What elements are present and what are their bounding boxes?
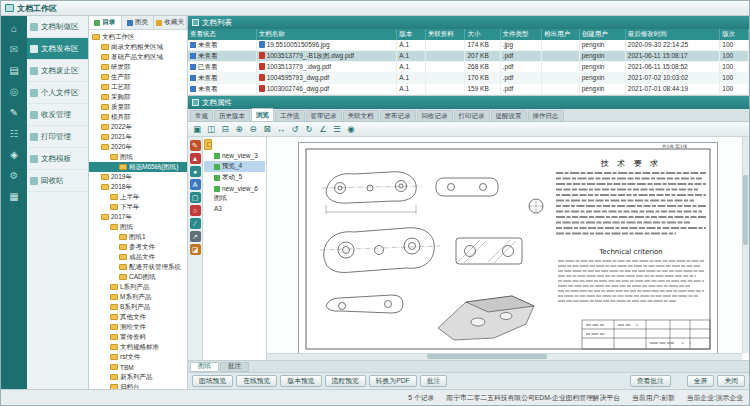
19.551005150596.jpg[interactable]: 未查看 19.551005150596.jpg A.1 174 KB .jpg … xyxy=(188,40,749,51)
preview-tree-node[interactable]: 发动_5 xyxy=(204,172,265,183)
properties-tab[interactable]: 关联文档 xyxy=(343,110,379,121)
eraser-icon[interactable]: ◪ xyxy=(190,244,201,255)
properties-tab[interactable]: 回收记录 xyxy=(417,110,453,121)
tree-node[interactable]: rsf文件 xyxy=(89,352,187,362)
tree-node[interactable]: 其他文件 xyxy=(89,312,187,322)
tree-node[interactable]: TBM xyxy=(89,362,187,372)
1004595793_dwg.pdf[interactable]: 未查看 1004595793_dwg.pdf A.1 170 KB .pdf p… xyxy=(188,73,749,84)
rotate-left-icon[interactable]: ↺ xyxy=(289,123,301,135)
preview-action-button[interactable]: 版本预览 xyxy=(280,375,321,387)
properties-tab[interactable]: 发布记录 xyxy=(380,110,416,121)
tree-tab[interactable]: 图类 xyxy=(122,16,155,29)
tree-node[interactable]: 参考文件 xyxy=(89,242,187,252)
tree-node[interactable]: 图纸 xyxy=(89,152,187,162)
messages-icon[interactable]: ✉ xyxy=(6,41,23,57)
properties-tab[interactable]: 常规 xyxy=(190,110,213,121)
zoom-in-icon[interactable]: ⊕ xyxy=(233,123,245,135)
info-icon[interactable]: ◉ xyxy=(345,123,357,135)
nav-item[interactable]: 文档废止区 xyxy=(27,60,88,82)
column-header[interactable]: 大小 xyxy=(465,29,500,40)
column-header[interactable]: 版本 xyxy=(397,29,426,40)
tree-node[interactable]: 模具部 xyxy=(89,112,187,122)
fit-width-icon[interactable]: ↔ xyxy=(275,123,287,135)
1003002746_dwg.pdf[interactable]: 未查看 1003002746_dwg.pdf A.1 159 KB .pdf p… xyxy=(188,84,749,95)
tree-node[interactable]: 2019年 xyxy=(89,172,187,182)
tree-node[interactable]: 采购部 xyxy=(89,92,187,102)
nav-item[interactable]: 打印管理 xyxy=(27,126,88,148)
nav-item[interactable]: 文档模板 xyxy=(27,148,88,170)
preview-tree-node[interactable]: new_view_6 xyxy=(204,183,265,194)
preview-action-button[interactable]: 在线预览 xyxy=(236,375,277,387)
search-icon[interactable]: ◎ xyxy=(6,83,23,99)
tree-node[interactable]: 2021年 xyxy=(89,132,187,142)
tree-node[interactable]: 2022年 xyxy=(89,122,187,132)
measure-icon[interactable]: ∠ xyxy=(317,123,329,135)
horizontal-scrollbar[interactable] xyxy=(267,353,742,360)
tree-node[interactable]: 2017年 xyxy=(89,212,187,222)
column-header[interactable]: 检出用户 xyxy=(542,29,579,40)
properties-tab[interactable]: 提醒设置 xyxy=(491,110,527,121)
properties-tab[interactable]: 操作日志 xyxy=(528,110,564,121)
circle-markup-icon[interactable]: ○ xyxy=(190,205,201,216)
column-header[interactable]: 最后修改时间 xyxy=(625,29,720,40)
preview-action-button[interactable]: 图纸预览 xyxy=(192,375,233,387)
tree-node[interactable]: 新系列产品 xyxy=(89,372,187,382)
preview-action-button[interactable]: 流程预览 xyxy=(325,375,366,387)
1003513779_-B1改图.dwg.pdf[interactable]: 未查看 1003513779_-B1改图.dwg.pdf A.1 207 KB … xyxy=(188,51,749,62)
fullscreen-button[interactable]: 全屏 xyxy=(687,375,715,387)
settings-icon[interactable]: ⚙ xyxy=(6,167,23,183)
tree-node[interactable]: 归档台 xyxy=(89,382,187,389)
vertical-scrollbar[interactable] xyxy=(742,137,749,353)
tree-node[interactable]: 上半年 xyxy=(89,192,187,202)
preview-tree-node[interactable]: 图纸 xyxy=(204,194,265,205)
tree-tab[interactable]: 目录 xyxy=(89,16,122,29)
column-header[interactable]: 文件类型 xyxy=(500,29,542,40)
tree-node[interactable]: 基础产品文档区域 xyxy=(89,52,187,62)
tree-node[interactable]: 质量部 xyxy=(89,102,187,112)
tree-node[interactable]: 2020年 xyxy=(89,142,187,152)
preview-tree-node[interactable]: A3 xyxy=(204,205,265,216)
tree-node[interactable]: 岗录文档相关区域 xyxy=(89,42,187,52)
zoom-fit-icon[interactable]: ⊠ xyxy=(261,123,273,135)
preview-tab[interactable]: 图纸 xyxy=(190,362,219,372)
vertical-scrollbar-thumb[interactable] xyxy=(743,175,748,245)
text-note-icon[interactable]: A xyxy=(190,179,201,190)
properties-tab[interactable]: 浏览 xyxy=(251,108,274,121)
arrow-markup-icon[interactable]: ↗ xyxy=(190,231,201,242)
users-icon[interactable]: ☷ xyxy=(6,125,23,141)
nav-item[interactable]: 文档制做区 xyxy=(27,16,88,38)
column-header[interactable]: 文档名称 xyxy=(256,29,397,40)
preview-tab[interactable]: 批注 xyxy=(220,362,249,372)
tree-node[interactable]: 研发部 xyxy=(89,62,187,72)
properties-tab[interactable]: 打印记录 xyxy=(454,110,490,121)
save-icon[interactable]: ◫ xyxy=(205,123,217,135)
line-markup-icon[interactable]: ∕ xyxy=(190,218,201,229)
print-icon[interactable]: ⊟ xyxy=(219,123,231,135)
zoom-out-icon[interactable]: ⊖ xyxy=(247,123,259,135)
preview-tree-node[interactable]: new_view_3 xyxy=(204,150,265,161)
open-file-icon[interactable]: ▣ xyxy=(191,123,203,135)
tree-node[interactable]: 成品文件 xyxy=(89,252,187,262)
nav-item[interactable]: 收发管理 xyxy=(27,104,88,126)
tree-node[interactable]: CAD图纸 xyxy=(89,272,187,282)
tree-node[interactable]: 文档规格标准 xyxy=(89,342,187,352)
column-header[interactable]: 版次 xyxy=(720,29,749,40)
rotate-right-icon[interactable]: ↻ xyxy=(303,123,315,135)
workspace-icon[interactable]: ⌂ xyxy=(6,20,23,36)
column-header[interactable]: 创建用户 xyxy=(579,29,625,40)
properties-tab[interactable]: 签审记录 xyxy=(306,110,342,121)
tree-node[interactable]: 精选M65码(图纸) xyxy=(89,162,187,172)
layers-icon[interactable]: ☰ xyxy=(331,123,343,135)
nav-item[interactable]: 个人文件区 xyxy=(27,82,88,104)
tree-node[interactable]: B系列产品 xyxy=(89,302,187,312)
permissions-icon[interactable]: ◈ xyxy=(6,146,23,162)
modules-icon[interactable]: ▦ xyxy=(6,188,23,204)
column-header[interactable]: 关联资料 xyxy=(425,29,465,40)
tree-node[interactable]: 图纸1 xyxy=(89,232,187,242)
tree-node[interactable]: 下半年 xyxy=(89,202,187,212)
tree-node[interactable]: 测绘文件 xyxy=(89,322,187,332)
tree-node[interactable]: M系列产品 xyxy=(89,292,187,302)
preview-action-button[interactable]: 批注 xyxy=(420,375,448,387)
nav-item[interactable]: 文档发布区 xyxy=(27,38,88,60)
properties-tab[interactable]: 工作流 xyxy=(275,110,305,121)
